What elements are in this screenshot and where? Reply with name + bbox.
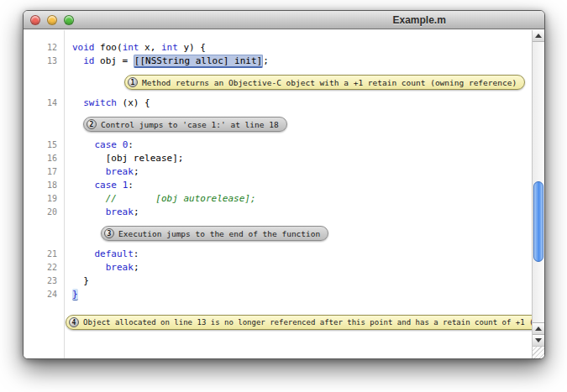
annotation-text: Method returns an Objective-C object wit… [142,78,517,87]
line-number[interactable]: 22 [24,261,64,274]
window-controls [30,15,74,25]
close-button[interactable] [30,15,40,25]
line-number[interactable]: 23 [24,274,64,288]
annotation-row: 2Control jumps to 'case 1:' at line 18 [24,117,532,132]
scroll-up-button[interactable] [533,322,544,334]
code-editor[interactable]: 12void foo(int x, int y) {13 id obj = [[… [24,30,532,358]
code-segment [72,193,106,204]
editor-content: 12void foo(int x, int y) {13 id obj = [[… [24,30,544,358]
code-segment: // [obj autorelease]; [106,193,256,204]
scroll-up-button-top[interactable] [533,30,544,42]
code-segment: } [72,275,89,286]
code-line[interactable]: 12void foo(int x, int y) { [24,41,532,55]
code-segment: break [106,262,134,273]
code-segment: : [134,248,139,259]
annotation-number-badge: 4 [69,317,79,327]
code-line[interactable]: 13 id obj = [[NSString alloc] init]; [24,55,532,68]
line-number[interactable]: 21 [24,248,64,261]
analyzer-highlight: [[NSString alloc] init] [134,55,263,68]
annotation-bubble[interactable]: 3Execution jumps to the end of the funct… [101,226,328,241]
code-line[interactable]: 14 switch (x) { [24,97,532,110]
code-text: id obj = [[NSString alloc] init]; [64,55,269,68]
code-text: // [obj autorelease]; [64,192,256,206]
code-text: default: [64,248,139,261]
code-line[interactable]: 15 case 0: [24,139,532,152]
annotation-row: 1Method returns an Objective-C object wi… [24,75,532,90]
vertical-scrollbar[interactable] [532,30,544,346]
code-text: [obj release]; [64,152,183,165]
code-segment: : [128,180,134,191]
code-text: void foo(int x, int y) { [64,41,206,55]
line-number[interactable]: 19 [24,192,64,206]
code-segment [72,166,106,177]
line-number[interactable]: 20 [24,206,64,219]
code-line[interactable]: 22 break; [24,261,532,274]
xcode-window: Example.m 12void foo(int x, int y) {13 i… [23,10,545,359]
code-segment [72,248,95,259]
code-segment: break [106,166,134,177]
code-line[interactable]: 21 default: [24,248,532,261]
code-text: break; [64,165,139,179]
annotation-row: 4Object allocated on line 13 is no longe… [24,315,532,330]
code-segment [117,180,123,191]
line-number[interactable]: 15 [24,139,64,152]
line-number[interactable]: 24 [24,288,64,301]
annotation-text: Control jumps to 'case 1:' at line 18 [101,120,279,129]
code-segment [72,139,95,150]
code-line[interactable]: 16 [obj release]; [24,152,532,165]
code-line[interactable]: 23 } [24,274,532,288]
code-line[interactable]: 19 // [obj autorelease]; [24,192,532,206]
code-segment: obj = [95,55,134,66]
up-arrow-icon [535,327,542,331]
code-segment: int [123,42,139,53]
code-segment: default [95,248,134,259]
line-number[interactable]: 18 [24,179,64,192]
code-segment: break [106,206,134,217]
line-number[interactable]: 14 [24,97,64,110]
annotation-bubble[interactable]: 4Object allocated on line 13 is no longe… [66,315,532,330]
line-number[interactable]: 17 [24,165,64,179]
code-text: break; [64,206,139,219]
zoom-button[interactable] [64,15,74,25]
annotation-text: Object allocated on line 13 is no longer… [83,318,532,327]
code-line[interactable]: 24} [24,288,532,301]
code-segment: : [128,139,134,150]
line-number[interactable]: 13 [24,55,64,68]
code-segment: ; [134,166,139,177]
code-segment: ; [263,55,269,66]
scroll-down-button[interactable] [533,334,544,346]
leak-highlight: } [72,289,78,301]
code-segment: switch [83,97,117,108]
minimize-button[interactable] [47,15,57,25]
code-line[interactable]: 17 break; [24,165,532,179]
code-text: } [64,288,78,301]
code-segment: foo( [95,42,123,53]
scrollbar-thumb[interactable] [533,181,543,262]
code-segment [72,206,106,217]
code-line[interactable]: 18 case 1: [24,179,532,192]
code-line[interactable]: 20 break; [24,206,532,219]
code-segment: void [72,42,95,53]
code-text: case 0: [64,139,134,152]
line-number[interactable]: 16 [24,152,64,165]
annotation-number-badge: 3 [104,228,114,238]
resize-grip[interactable] [532,346,544,358]
down-arrow-icon [535,338,542,342]
code-text: break; [64,261,139,274]
code-segment: case [95,180,118,191]
annotation-bubble[interactable]: 2Control jumps to 'case 1:' at line 18 [83,117,287,132]
annotation-bubble[interactable]: 1Method returns an Objective-C object wi… [124,75,525,90]
code-segment: case [95,139,118,150]
title-bar[interactable]: Example.m [24,11,544,29]
line-number[interactable]: 12 [24,41,64,55]
code-segment [72,97,83,108]
code-segment [72,180,95,191]
code-segment: ; [134,206,139,217]
up-arrow-icon [535,34,542,38]
annotation-text: Execution jumps to the end of the functi… [118,229,320,238]
code-segment: int [161,42,178,53]
code-text: } [64,274,89,288]
code-text: switch (x) { [64,97,150,110]
code-segment: y) { [178,42,206,53]
annotation-number-badge: 2 [87,119,97,129]
